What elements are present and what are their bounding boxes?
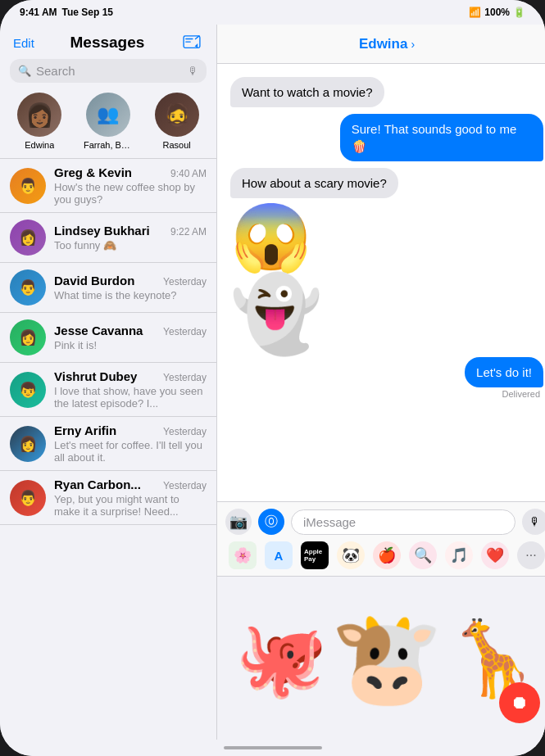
waveform-icon: 🎙	[529, 515, 541, 528]
more-apps-button[interactable]: ···	[517, 541, 545, 569]
avatar-edwina: 👩🏾	[17, 93, 61, 137]
sidebar: Edit Messages 🔍 Search 🎙	[0, 25, 217, 740]
conversation-preview-4: I love that show, have you seen the late…	[54, 385, 207, 410]
pinned-label-farrah: Farrah, Brya...	[84, 140, 133, 150]
conversation-name-6: Ryan Carbon...	[54, 478, 141, 491]
memoji-panel: 🐙 🐮 🦒 ⏺	[217, 576, 545, 740]
conversation-name-0: Greg & Kevin	[54, 165, 132, 179]
message-bubble-1: Want to watch a movie?	[230, 77, 384, 107]
music-icon: 🎵	[450, 546, 468, 564]
conversation-time-4: Yesterday	[163, 372, 207, 383]
music-button[interactable]: 🎵	[445, 541, 473, 569]
conversation-time-6: Yesterday	[163, 480, 207, 491]
sidebar-header: Edit Messages	[0, 25, 216, 59]
chat-header: Edwina ›	[217, 25, 545, 64]
input-row: 📷 ⓪ iMessage 🎙	[225, 509, 545, 535]
home-bar	[0, 740, 545, 756]
record-button[interactable]: ⏺	[499, 682, 540, 723]
home-indicator	[224, 746, 322, 749]
heart-button[interactable]: ❤️	[481, 541, 509, 569]
conversation-name-2: David Burdon	[54, 274, 134, 287]
conversation-item-1[interactable]: 👩Lindsey Bukhari9:22 AMToo funny 🙈	[0, 213, 216, 263]
conversation-name-5: Erny Arifin	[54, 423, 116, 437]
message-row-5: 👻	[230, 277, 543, 351]
status-bar: 9:41 AM Tue Sep 15 📶 100% 🔋	[0, 0, 545, 25]
conversation-preview-5: Let's meet for coffee. I'll tell you all…	[54, 439, 207, 464]
conversation-preview-2: What time is the keynote?	[54, 289, 207, 301]
emoji-icon: 🍎	[378, 546, 396, 564]
chat-contact-name[interactable]: Edwina	[359, 36, 408, 52]
conversation-preview-0: How's the new coffee shop by you guys?	[54, 181, 207, 206]
avatar-farrah: 👥	[86, 93, 130, 137]
sticker-ghost: 👻	[230, 277, 322, 351]
more-dots-icon: ···	[525, 548, 536, 563]
conversation-name-4: Vishrut Dubey	[54, 369, 137, 383]
appstore-app-icon: A	[275, 549, 284, 563]
conversation-preview-1: Too funny 🙈	[54, 239, 207, 251]
conversation-item-6[interactable]: 👨Ryan Carbon...YesterdayYep, but you mig…	[0, 471, 216, 525]
mic-icon: 🎙	[188, 65, 198, 77]
edit-button[interactable]: Edit	[13, 36, 34, 50]
conversation-item-2[interactable]: 👨David BurdonYesterdayWhat time is the k…	[0, 263, 216, 313]
apps-row: 🌸 A Apple Pay 🐼 🍎 🔍	[225, 541, 545, 569]
conversation-time-0: 9:40 AM	[170, 168, 207, 179]
input-bar: 📷 ⓪ iMessage 🎙 🌸	[217, 501, 545, 576]
appstore-icon: ⓪	[265, 514, 278, 531]
conversation-time-3: Yesterday	[163, 326, 207, 337]
conversation-time-1: 9:22 AM	[170, 226, 207, 238]
message-row-2: Sure! That sounds good to me 🍿	[230, 114, 543, 161]
battery-icon: 🔋	[513, 7, 525, 18]
message-bubble-3: How about a scary movie?	[230, 168, 398, 198]
imessage-input[interactable]: iMessage	[291, 509, 515, 535]
ipad-frame: 9:41 AM Tue Sep 15 📶 100% 🔋 Edit Message…	[0, 0, 545, 756]
camera-icon: 📷	[229, 513, 248, 531]
search-icon: 🔍	[18, 65, 31, 77]
pinned-label-rasoul: Rasoul	[163, 140, 191, 150]
sidebar-title: Messages	[34, 34, 180, 52]
appstore-button[interactable]: ⓪	[258, 509, 284, 535]
search-emoji-button[interactable]: 🔍	[409, 541, 437, 569]
applepay-icon: Apple Pay	[304, 548, 325, 563]
avatar-rasoul: 🧔	[155, 93, 199, 137]
wifi-icon: 📶	[469, 7, 481, 18]
message-row-1: Want to watch a movie?	[230, 77, 543, 107]
search-bar[interactable]: 🔍 Search 🎙	[10, 59, 207, 83]
appstore-app-button[interactable]: A	[265, 541, 293, 569]
conversation-item-3[interactable]: 👩Jesse CavannaYesterdayPink it is!	[0, 313, 216, 363]
photos-icon: 🌸	[234, 546, 252, 564]
message-bubble-2: Sure! That sounds good to me 🍿	[340, 114, 543, 161]
conversation-time-2: Yesterday	[163, 276, 207, 287]
pinned-label-edwina: Edwina	[25, 140, 54, 150]
pinned-contact-farrah[interactable]: 👥 Farrah, Brya...	[84, 93, 133, 150]
message-bubble-6: Let's do it!	[465, 357, 543, 387]
pinned-contact-rasoul[interactable]: 🧔 Rasoul	[155, 93, 199, 150]
search-emoji-icon: 🔍	[414, 546, 432, 564]
conversation-item-0[interactable]: 👨Greg & Kevin9:40 AMHow's the new coffee…	[0, 159, 216, 213]
memoji-icon: 🐼	[342, 546, 360, 564]
time: 9:41 AM	[20, 7, 57, 18]
pinned-contact-edwina[interactable]: 👩🏾 Edwina	[17, 93, 61, 150]
main-content: Edit Messages 🔍 Search 🎙	[0, 25, 545, 740]
waveform-button[interactable]: 🎙	[522, 509, 545, 535]
search-placeholder: Search	[36, 64, 183, 78]
compose-button[interactable]	[180, 31, 203, 54]
conversation-name-3: Jesse Cavanna	[54, 324, 143, 337]
applepay-button[interactable]: Apple Pay	[301, 541, 329, 569]
memoji-button[interactable]: 🐼	[337, 541, 365, 569]
emoji-button[interactable]: 🍎	[373, 541, 401, 569]
battery-label: 100%	[484, 7, 510, 18]
memoji-cow[interactable]: 🐮	[330, 613, 443, 704]
conversation-preview-6: Yep, but you might want to make it a sur…	[54, 493, 207, 518]
camera-button[interactable]: 📷	[225, 509, 252, 535]
photos-app-button[interactable]: 🌸	[229, 541, 257, 569]
message-row-6: Let's do it! Delivered	[230, 357, 543, 399]
conversation-item-5[interactable]: 👩Erny ArifinYesterdayLet's meet for coff…	[0, 417, 216, 471]
conversation-time-5: Yesterday	[163, 426, 207, 437]
conversation-item-4[interactable]: 👦Vishrut DubeyYesterdayI love that show,…	[0, 363, 216, 417]
message-row-4: 😱	[230, 205, 543, 270]
chevron-right-icon: ›	[411, 38, 415, 51]
record-icon: ⏺	[511, 692, 529, 713]
heart-icon: ❤️	[486, 546, 504, 564]
chat-area: Edwina › Want to watch a movie? Sure! Th…	[217, 25, 545, 740]
memoji-octopus[interactable]: 🐙	[235, 622, 327, 695]
